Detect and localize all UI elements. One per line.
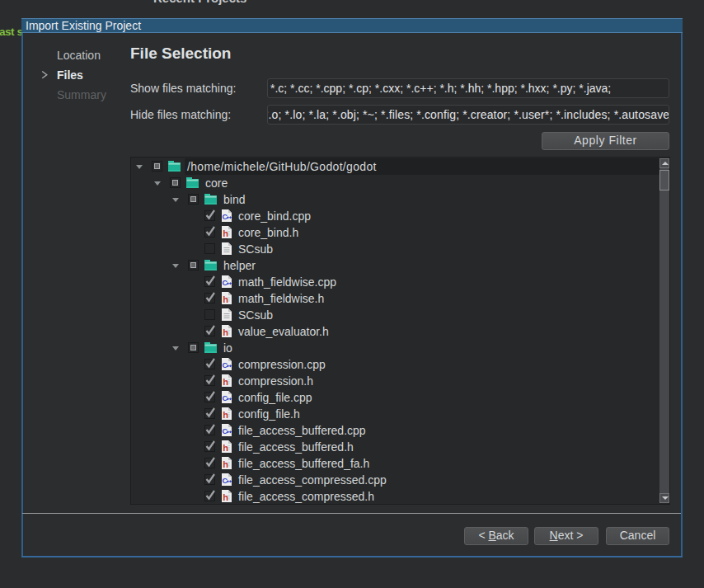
svg-text:C: C <box>222 279 228 287</box>
svg-text:C: C <box>222 427 228 435</box>
svg-text:h: h <box>223 228 228 238</box>
svg-text:h: h <box>223 327 228 337</box>
svg-text:C: C <box>222 361 228 369</box>
svg-text:C: C <box>222 477 228 485</box>
svg-text:C: C <box>222 394 228 402</box>
svg-text:h: h <box>223 294 228 304</box>
svg-text:h: h <box>223 377 228 387</box>
svg-text:h: h <box>223 492 228 502</box>
svg-text:C: C <box>222 213 228 221</box>
svg-text:h: h <box>223 443 228 453</box>
svg-text:h: h <box>223 410 228 420</box>
svg-text:h: h <box>223 459 228 469</box>
